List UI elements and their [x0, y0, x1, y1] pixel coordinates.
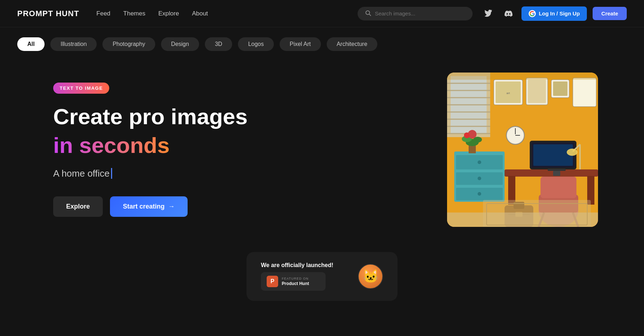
search-icon [365, 10, 371, 18]
svg-rect-45 [553, 171, 560, 176]
svg-text:art: art [506, 92, 510, 95]
filter-logos[interactable]: Logos [238, 37, 274, 51]
svg-rect-20 [573, 78, 596, 107]
start-creating-label: Start creating [123, 203, 165, 210]
svg-line-1 [369, 14, 371, 15]
arrow-icon: → [168, 203, 175, 210]
svg-point-30 [478, 177, 481, 180]
ph-name-label: Product Hunt [282, 281, 309, 286]
hero-illustration: art [447, 73, 598, 227]
cursor-bar [111, 168, 112, 179]
hero-subtitle: A home office [53, 168, 269, 179]
start-creating-button[interactable]: Start creating → [110, 196, 188, 217]
product-hunt-icon: P [267, 276, 278, 287]
search-input[interactable] [375, 10, 465, 17]
launch-text: We are officially launched! P FEATURED O… [261, 262, 349, 291]
nav-explore[interactable]: Explore [158, 10, 179, 17]
product-hunt-info: FEATURED ON Product Hunt [282, 277, 309, 286]
filter-bar: All Illustration Photography Design 3D L… [0, 27, 644, 58]
svg-rect-43 [533, 144, 573, 166]
svg-rect-61 [447, 73, 598, 80]
filter-photography[interactable]: Photography [102, 37, 155, 51]
filter-architecture[interactable]: Architecture [327, 37, 377, 51]
create-button[interactable]: Create [593, 7, 627, 20]
prompt-text: A home office [53, 168, 110, 179]
svg-rect-17 [528, 80, 546, 103]
launch-card: We are officially launched! P FEATURED O… [247, 252, 397, 301]
hero-section: TEXT TO IMAGE Create pro images in secon… [0, 58, 644, 241]
hero-actions: Explore Start creating → [53, 196, 269, 217]
discord-button[interactable] [501, 6, 516, 21]
svg-rect-19 [553, 81, 567, 96]
nav-links: Feed Themes Explore About [96, 10, 208, 17]
login-button[interactable]: Log In / Sign Up [521, 6, 587, 21]
google-icon [529, 10, 536, 17]
hero-title: Create pro images in seconds [53, 104, 269, 158]
logo: PROMPT HUNT [17, 9, 79, 18]
product-hunt-badge[interactable]: P FEATURED ON Product Hunt [261, 272, 326, 291]
explore-button[interactable]: Explore [53, 196, 103, 217]
filter-design[interactable]: Design [161, 37, 199, 51]
filter-3d[interactable]: 3D [205, 37, 232, 51]
login-label: Log In / Sign Up [539, 10, 580, 17]
hero-image: art [447, 73, 598, 227]
svg-rect-60 [487, 204, 587, 225]
svg-rect-44 [548, 169, 566, 171]
hero-title-accent: in seconds [53, 133, 170, 158]
ph-featured-label: FEATURED ON [282, 277, 309, 280]
launch-card-wrapper: We are officially launched! P FEATURED O… [0, 241, 644, 315]
filter-all[interactable]: All [17, 37, 45, 51]
svg-point-29 [478, 160, 481, 164]
hero-image-container: art [447, 73, 598, 227]
nav-themes[interactable]: Themes [123, 10, 145, 17]
launch-title: We are officially launched! [261, 262, 349, 269]
twitter-button[interactable] [481, 6, 496, 21]
svg-rect-51 [540, 177, 576, 198]
filter-illustration[interactable]: Illustration [50, 37, 97, 51]
filter-pixel-art[interactable]: Pixel Art [280, 37, 321, 51]
search-bar [358, 7, 473, 20]
mascot-avatar: 🐱 [358, 264, 383, 289]
svg-point-37 [464, 132, 470, 138]
hero-badge: TEXT TO IMAGE [53, 83, 109, 94]
svg-point-31 [478, 192, 481, 196]
hero-content: TEXT TO IMAGE Create pro images in secon… [53, 83, 269, 217]
nav-about[interactable]: About [192, 10, 208, 17]
navbar: PROMPT HUNT Feed Themes Explore About [0, 0, 644, 27]
nav-right: Log In / Sign Up Create [481, 6, 627, 21]
svg-point-48 [567, 149, 578, 156]
nav-feed[interactable]: Feed [96, 10, 110, 17]
